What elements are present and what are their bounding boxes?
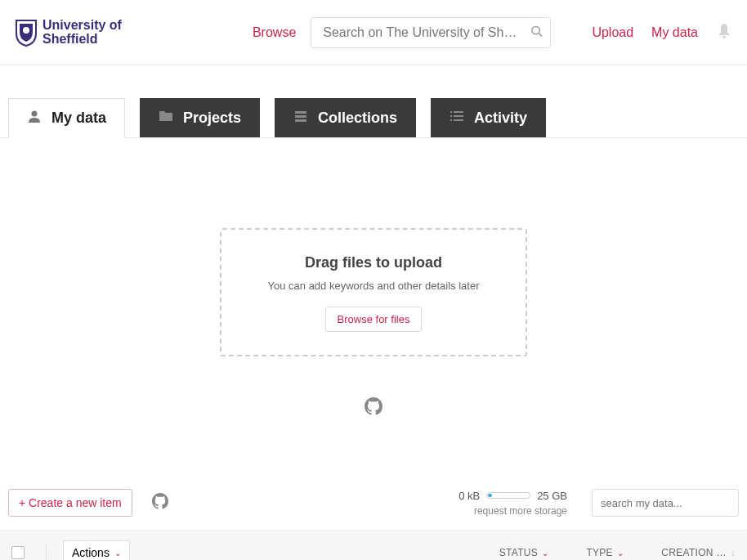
tab-projects[interactable]: Projects — [140, 98, 260, 137]
folder-icon — [159, 110, 173, 127]
shield-icon — [15, 19, 38, 47]
tab-mydata[interactable]: My data — [8, 98, 125, 138]
filter-wrap — [592, 489, 739, 517]
header-right: Upload My data — [592, 22, 732, 43]
svg-rect-8 — [454, 111, 463, 113]
dropzone-title: Drag files to upload — [238, 254, 509, 271]
chevron-down-icon: ⌄ — [542, 549, 548, 558]
github-icon-small[interactable] — [152, 493, 168, 513]
svg-rect-4 — [295, 111, 306, 114]
list-icon — [450, 110, 464, 127]
dropzone-subtitle: You can add keywords and other details l… — [238, 280, 509, 292]
storage-total: 25 GB — [537, 490, 567, 502]
svg-rect-9 — [450, 115, 452, 117]
institution-name: University of Sheffield — [42, 19, 122, 47]
person-icon — [27, 109, 42, 128]
svg-point-1 — [532, 26, 539, 34]
actions-label: Actions — [72, 546, 110, 559]
upload-area: Drag files to upload You can add keyword… — [0, 138, 747, 419]
svg-point-0 — [23, 27, 29, 34]
search-icon[interactable] — [530, 25, 543, 40]
storage-indicator: 0 kB 25 GB request more storage — [458, 490, 567, 517]
svg-rect-6 — [295, 119, 306, 122]
mydata-link[interactable]: My data — [651, 25, 698, 40]
tabs: My data Projects Collections Activity — [0, 65, 747, 138]
notifications-icon[interactable] — [716, 22, 732, 43]
sort-arrow-icon: ↓ — [731, 547, 736, 558]
svg-point-3 — [32, 111, 38, 117]
chevron-down-icon: ⌄ — [617, 549, 624, 558]
chevron-down-icon: ⌄ — [114, 549, 121, 558]
filter-input[interactable] — [592, 489, 739, 517]
col-label: TYPE — [586, 547, 613, 558]
tab-label: Activity — [474, 110, 527, 127]
select-all-checkbox[interactable] — [11, 546, 25, 559]
browse-files-button[interactable]: Browse for files — [325, 307, 423, 332]
institution-line1: University of — [42, 19, 122, 33]
search-input[interactable] — [311, 17, 551, 48]
storage-used: 0 kB — [458, 490, 480, 502]
divider — [46, 544, 47, 560]
col-label: CREATION … — [661, 547, 726, 558]
search-wrap — [311, 17, 551, 48]
svg-rect-7 — [450, 111, 452, 113]
stack-icon — [293, 110, 308, 127]
request-storage-link[interactable]: request more storage — [474, 505, 567, 517]
toolbar: + Create a new item 0 kB 25 GB request m… — [0, 489, 747, 530]
tab-label: Projects — [183, 110, 241, 127]
col-type[interactable]: TYPE ⌄ — [586, 547, 624, 558]
svg-rect-10 — [454, 115, 463, 117]
svg-line-2 — [539, 33, 543, 36]
create-item-button[interactable]: + Create a new item — [8, 489, 132, 517]
dropzone[interactable]: Drag files to upload You can add keyword… — [220, 228, 527, 356]
upload-link[interactable]: Upload — [592, 25, 633, 40]
actions-dropdown[interactable]: Actions ⌄ — [63, 540, 130, 560]
storage-row: 0 kB 25 GB — [458, 490, 567, 502]
table-header: Actions ⌄ STATUS ⌄ TYPE ⌄ CREATION … ↓ — [0, 530, 747, 560]
tab-label: Collections — [318, 110, 397, 127]
github-icon[interactable] — [365, 397, 382, 419]
institution-logo[interactable]: University of Sheffield — [15, 19, 122, 47]
tab-activity[interactable]: Activity — [431, 98, 546, 137]
svg-rect-12 — [454, 119, 463, 121]
column-headers: STATUS ⌄ TYPE ⌄ CREATION … ↓ — [499, 547, 736, 558]
storage-meter — [486, 492, 530, 499]
svg-rect-11 — [450, 119, 452, 121]
col-creation[interactable]: CREATION … ↓ — [661, 547, 736, 558]
tab-collections[interactable]: Collections — [275, 98, 416, 137]
tab-label: My data — [51, 110, 106, 127]
col-label: STATUS — [499, 547, 538, 558]
institution-line2: Sheffield — [42, 33, 122, 47]
svg-rect-5 — [295, 115, 306, 118]
header: University of Sheffield Browse Upload My… — [0, 0, 747, 65]
col-status[interactable]: STATUS ⌄ — [499, 547, 549, 558]
browse-link[interactable]: Browse — [253, 25, 296, 40]
